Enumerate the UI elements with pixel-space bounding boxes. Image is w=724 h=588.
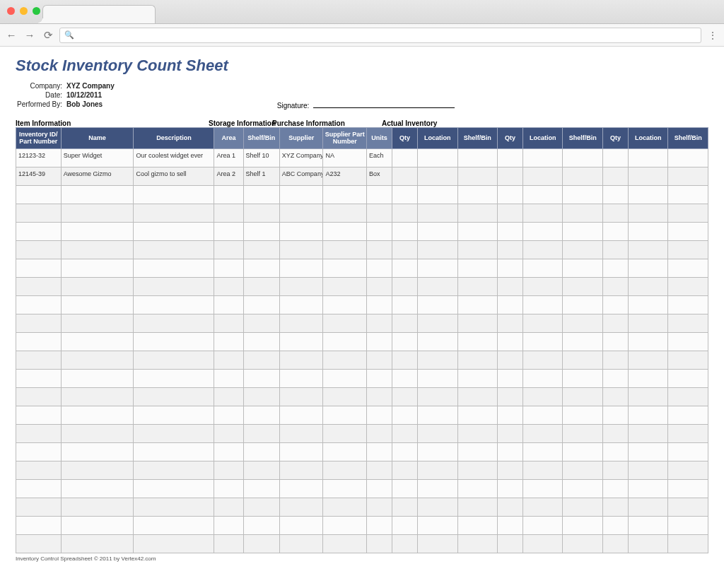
cell[interactable] bbox=[279, 461, 323, 479]
cell[interactable] bbox=[61, 406, 134, 424]
cell[interactable] bbox=[61, 351, 134, 369]
cell[interactable] bbox=[522, 387, 563, 406]
cell[interactable] bbox=[16, 295, 62, 314]
cell[interactable] bbox=[498, 314, 523, 332]
cell[interactable] bbox=[16, 259, 62, 277]
cell[interactable] bbox=[279, 185, 323, 204]
cell[interactable] bbox=[668, 424, 708, 442]
cell[interactable] bbox=[563, 369, 603, 387]
cell[interactable] bbox=[323, 461, 367, 479]
cell[interactable] bbox=[134, 185, 214, 204]
cell[interactable] bbox=[392, 204, 418, 222]
cell[interactable] bbox=[279, 534, 323, 553]
cell[interactable] bbox=[418, 259, 458, 277]
cell[interactable] bbox=[367, 461, 392, 479]
cell[interactable] bbox=[522, 277, 563, 295]
cell[interactable] bbox=[279, 516, 323, 534]
cell[interactable] bbox=[279, 259, 323, 277]
cell[interactable] bbox=[323, 295, 367, 314]
cell[interactable] bbox=[392, 479, 418, 498]
cell[interactable] bbox=[367, 424, 392, 442]
cell[interactable] bbox=[279, 498, 323, 516]
cell[interactable] bbox=[367, 222, 392, 240]
cell[interactable] bbox=[522, 148, 563, 167]
cell[interactable] bbox=[628, 406, 668, 424]
cell[interactable] bbox=[214, 240, 243, 259]
cell[interactable] bbox=[16, 332, 62, 351]
cell[interactable] bbox=[367, 534, 392, 553]
cell[interactable] bbox=[563, 222, 603, 240]
cell[interactable] bbox=[628, 240, 668, 259]
cell[interactable] bbox=[323, 442, 367, 461]
cell[interactable] bbox=[668, 185, 708, 204]
cell[interactable] bbox=[602, 516, 628, 534]
cell[interactable] bbox=[323, 204, 367, 222]
cell[interactable] bbox=[498, 479, 523, 498]
cell[interactable] bbox=[668, 498, 708, 516]
cell[interactable] bbox=[16, 204, 62, 222]
cell[interactable] bbox=[367, 369, 392, 387]
cell[interactable] bbox=[457, 498, 498, 516]
cell[interactable] bbox=[602, 351, 628, 369]
cell[interactable] bbox=[522, 259, 563, 277]
cell[interactable] bbox=[279, 351, 323, 369]
cell[interactable] bbox=[367, 442, 392, 461]
cell[interactable] bbox=[563, 479, 603, 498]
cell[interactable] bbox=[16, 369, 62, 387]
cell[interactable] bbox=[214, 387, 243, 406]
cell[interactable] bbox=[563, 424, 603, 442]
cell[interactable] bbox=[392, 369, 418, 387]
cell[interactable] bbox=[214, 204, 243, 222]
cell[interactable] bbox=[563, 277, 603, 295]
close-dot-icon[interactable] bbox=[7, 7, 15, 15]
maximize-dot-icon[interactable] bbox=[33, 7, 40, 15]
cell[interactable] bbox=[323, 479, 367, 498]
cell[interactable] bbox=[418, 332, 458, 351]
cell[interactable] bbox=[367, 516, 392, 534]
cell[interactable] bbox=[243, 204, 279, 222]
cell[interactable] bbox=[563, 240, 603, 259]
cell[interactable] bbox=[16, 185, 62, 204]
cell[interactable] bbox=[563, 332, 603, 351]
cell[interactable] bbox=[418, 461, 458, 479]
cell[interactable] bbox=[16, 516, 62, 534]
cell[interactable] bbox=[457, 148, 498, 167]
cell[interactable] bbox=[134, 442, 214, 461]
cell[interactable] bbox=[243, 314, 279, 332]
cell[interactable] bbox=[668, 461, 708, 479]
cell[interactable] bbox=[323, 498, 367, 516]
cell[interactable]: ABC Company bbox=[279, 167, 323, 185]
cell[interactable] bbox=[563, 204, 603, 222]
cell[interactable] bbox=[279, 314, 323, 332]
cell[interactable] bbox=[498, 222, 523, 240]
cell[interactable] bbox=[134, 479, 214, 498]
cell[interactable] bbox=[522, 222, 563, 240]
cell[interactable] bbox=[668, 351, 708, 369]
cell[interactable] bbox=[563, 461, 603, 479]
cell[interactable] bbox=[628, 351, 668, 369]
cell[interactable] bbox=[498, 351, 523, 369]
cell[interactable] bbox=[16, 534, 62, 553]
cell[interactable] bbox=[243, 461, 279, 479]
cell[interactable] bbox=[214, 332, 243, 351]
cell[interactable] bbox=[498, 240, 523, 259]
cell[interactable] bbox=[16, 314, 62, 332]
cell[interactable] bbox=[602, 332, 628, 351]
cell[interactable]: Box bbox=[367, 167, 392, 185]
cell[interactable] bbox=[457, 516, 498, 534]
cell[interactable] bbox=[602, 240, 628, 259]
cell[interactable] bbox=[418, 240, 458, 259]
cell[interactable] bbox=[563, 314, 603, 332]
cell[interactable] bbox=[61, 332, 134, 351]
cell[interactable] bbox=[392, 277, 418, 295]
cell[interactable] bbox=[367, 498, 392, 516]
cell[interactable] bbox=[61, 516, 134, 534]
cell[interactable] bbox=[457, 240, 498, 259]
cell[interactable] bbox=[498, 387, 523, 406]
cell[interactable] bbox=[323, 332, 367, 351]
cell[interactable] bbox=[418, 314, 458, 332]
cell[interactable] bbox=[563, 148, 603, 167]
cell[interactable] bbox=[602, 461, 628, 479]
cell[interactable] bbox=[392, 406, 418, 424]
cell[interactable] bbox=[628, 167, 668, 185]
